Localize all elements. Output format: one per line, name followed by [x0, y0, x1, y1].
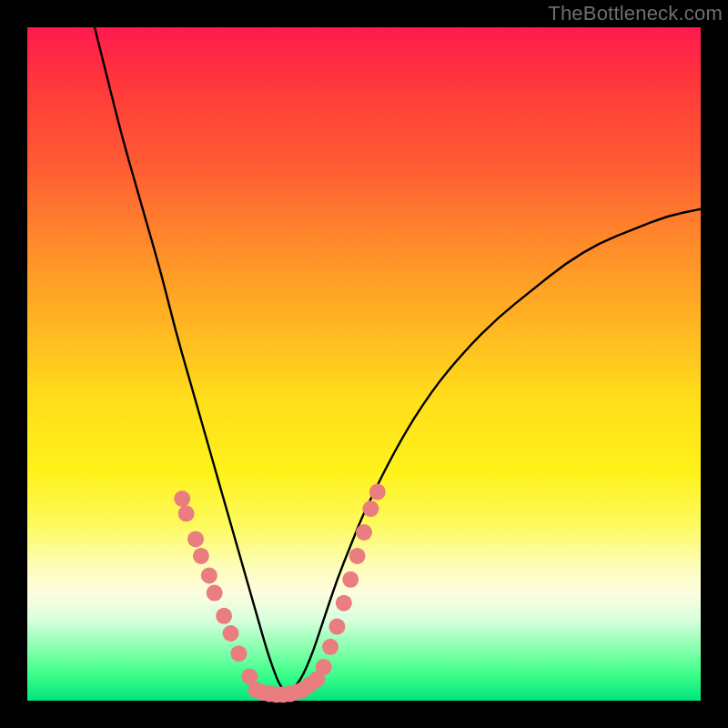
curve-marker [316, 659, 332, 675]
curve-marker [349, 548, 366, 564]
curve-marker [223, 625, 239, 642]
curve-marker [322, 639, 339, 655]
curve-marker [193, 548, 209, 564]
curve-marker [356, 524, 372, 541]
curve-group [95, 27, 701, 692]
chart-svg [27, 27, 701, 701]
chart-frame: TheBottleneck.com [0, 0, 728, 728]
marker-group [174, 484, 386, 703]
curve-marker [336, 595, 352, 612]
curve-marker [178, 505, 195, 521]
curve-marker [329, 619, 345, 635]
curve-marker [230, 645, 247, 662]
curve-marker [201, 567, 217, 583]
bottleneck-curve-path [95, 27, 701, 692]
curve-marker [369, 484, 386, 500]
curve-marker [362, 500, 379, 517]
curve-marker [216, 608, 232, 624]
curve-marker [174, 490, 190, 507]
curve-marker [342, 571, 359, 588]
curve-marker [187, 531, 204, 547]
curve-marker [207, 585, 223, 602]
watermark-text: TheBottleneck.com [548, 2, 723, 25]
